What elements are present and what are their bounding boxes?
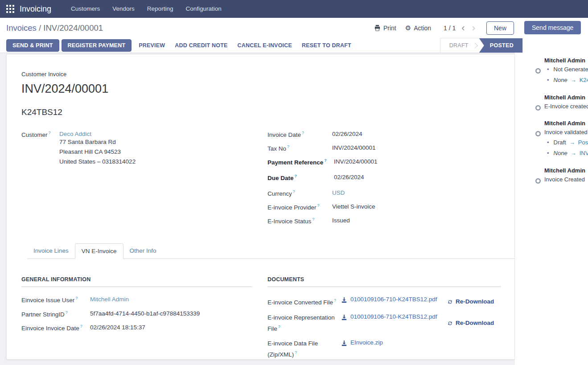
- refresh-icon: [447, 320, 453, 326]
- payment-reference-value[interactable]: INV/2024/00001: [332, 158, 378, 166]
- representation-file-label: E-invoice Representation File?: [267, 313, 341, 333]
- document-type-label: Customer Invoice: [21, 71, 501, 78]
- payment-reference-label: Payment Reference?: [267, 158, 332, 166]
- converted-redownload-button[interactable]: Re-Download: [447, 296, 494, 307]
- pager: 1 / 1 ‹ ›: [444, 23, 477, 33]
- invoice-form-sheet: Customer Invoice INV/2024/00001 K24TBS12…: [6, 54, 515, 360]
- general-information-title: GENERAL INFORMATION: [21, 276, 252, 287]
- add-credit-note-button[interactable]: ADD CREDIT NOTE: [170, 40, 232, 51]
- customer-address-line: Pleasant Hill CA 94523: [59, 147, 136, 157]
- document-row: E-invoice Representation File? 010010910…: [267, 313, 501, 333]
- cancel-e-invoice-button[interactable]: CANCEL E-INVOICE: [233, 40, 297, 51]
- app-name[interactable]: Invoicing: [20, 4, 51, 14]
- reset-to-draft-button[interactable]: RESET TO DRAFT: [297, 40, 356, 51]
- einvoice-status-value: Issued: [332, 217, 350, 225]
- presence-status-icon: [535, 131, 541, 136]
- help-icon: ?: [66, 310, 68, 315]
- help-icon: ?: [295, 350, 297, 355]
- nav-item-vendors[interactable]: Vendors: [106, 0, 141, 18]
- tracking-old-value: Not Generated: [554, 66, 588, 73]
- chatter-message: Mitchell Admin Invoice Created: [524, 167, 588, 186]
- help-icon: ?: [294, 174, 297, 178]
- tracking-line: • None → K24TBS12: [544, 77, 588, 83]
- state-draft[interactable]: DRAFT: [440, 38, 475, 53]
- data-file-label: E-invoice Data File (Zip/XML)?: [267, 339, 341, 359]
- refresh-icon: [447, 299, 453, 305]
- control-panel: Invoices / INV/2024/00001 Print ⚙ Action…: [0, 18, 515, 38]
- einvoice-issue-user-link[interactable]: Mitchell Admin: [90, 296, 129, 303]
- einvoice-provider-label: E-invoice Provider?: [267, 203, 332, 211]
- vn-e-invoice-pane: GENERAL INFORMATION Einvoice Issue User?…: [21, 259, 501, 365]
- register-payment-button[interactable]: REGISTER PAYMENT: [62, 39, 132, 52]
- tracking-old-value: None: [554, 77, 567, 83]
- customer-address-line: United States – 0318314022: [59, 157, 136, 167]
- data-file-link[interactable]: EInvoice.zip: [350, 339, 383, 346]
- new-record-button[interactable]: New: [486, 21, 514, 35]
- documents-title: DOCUMENTS: [267, 276, 501, 287]
- einvoice-status-label: E-Invoice Status?: [267, 217, 332, 225]
- download-icon: [341, 314, 347, 320]
- einvoice-invoice-date-label: Einvoice Invoice Date?: [21, 324, 90, 332]
- tracking-old-value: None: [554, 150, 567, 156]
- message-author[interactable]: Mitchell Admin: [544, 57, 588, 64]
- message-body: Invoice validated: [544, 129, 588, 135]
- documents-section: DOCUMENTS E-invoice Converted File? 0100…: [267, 276, 501, 365]
- partner-stringid-value: 5f7aa4fd-4714-4450-b1af-c97884153339: [90, 310, 200, 318]
- tab-invoice-lines[interactable]: Invoice Lines: [27, 243, 75, 258]
- nav-item-configuration[interactable]: Configuration: [179, 0, 227, 18]
- pager-next-icon[interactable]: ›: [471, 23, 477, 33]
- preview-button[interactable]: PREVIEW: [134, 40, 170, 51]
- currency-link[interactable]: USD: [332, 189, 345, 197]
- help-icon: ?: [302, 131, 304, 135]
- main-column: Invoices / INV/2024/00001 Print ⚙ Action…: [0, 18, 515, 365]
- top-navbar: Invoicing Customers Vendors Reporting Co…: [0, 0, 588, 18]
- message-author[interactable]: Mitchell Admin: [544, 120, 588, 127]
- help-icon: ?: [49, 131, 51, 135]
- print-button[interactable]: Print: [371, 23, 399, 33]
- tab-other-info[interactable]: Other Info: [123, 243, 163, 258]
- help-icon: ?: [80, 324, 82, 328]
- tracking-new-value: Posted: [578, 139, 588, 146]
- einvoice-issue-user-label: Einvoice Issue User?: [21, 296, 90, 303]
- presence-status-icon: [535, 68, 541, 74]
- representation-redownload-button[interactable]: Re-Download: [447, 313, 494, 333]
- tax-no-value: INV/2024/00001: [332, 144, 376, 152]
- einvoice-invoice-date-value: 02/26/2024 18:15:37: [90, 324, 145, 332]
- message-author[interactable]: Mitchell Admin: [544, 94, 588, 101]
- customer-link[interactable]: Deco Addict: [59, 131, 136, 137]
- help-icon: ?: [293, 189, 295, 194]
- breadcrumb-parent-link[interactable]: Invoices: [6, 23, 37, 33]
- state-widget: DRAFT POSTED: [440, 38, 523, 53]
- tracking-new-value: K24TBS12: [580, 77, 588, 83]
- due-date-value[interactable]: 02/26/2024: [332, 174, 364, 182]
- representation-file-link[interactable]: 0100109106-710-K24TBS12.pdf: [350, 313, 437, 320]
- help-icon: ?: [287, 144, 289, 149]
- customer-group: Customer? Deco Addict 77 Santa Barbara R…: [21, 131, 267, 231]
- due-date-label: Due Date?: [267, 174, 332, 182]
- nav-item-customers[interactable]: Customers: [65, 0, 106, 18]
- converted-file-link[interactable]: 0100109106-710-K24TBS12.pdf: [350, 296, 437, 303]
- bullet-icon: •: [547, 139, 549, 146]
- tracking-line: • Draft → Posted: [544, 139, 588, 146]
- tracking-old-value: Draft: [554, 139, 566, 146]
- gear-icon: ⚙: [405, 25, 411, 31]
- pager-previous-icon[interactable]: ‹: [460, 23, 466, 33]
- tracking-new-value: INV/2024/00001: [580, 150, 588, 156]
- bullet-icon: •: [547, 150, 549, 156]
- presence-status-icon: [535, 105, 541, 111]
- chatter-messages: Mitchell Admin • Not Generated • None → …: [515, 57, 588, 186]
- tab-vn-e-invoice[interactable]: VN E-Invoice: [75, 243, 123, 259]
- send-message-button[interactable]: Send message: [524, 21, 581, 34]
- converted-file-label: E-invoice Converted File?: [267, 296, 341, 307]
- invoice-number-title: INV/2024/00001: [21, 82, 501, 96]
- printer-icon: [374, 25, 381, 31]
- message-body: E-Invoice created: [544, 103, 588, 110]
- apps-grid-icon[interactable]: [6, 5, 14, 13]
- nav-item-reporting[interactable]: Reporting: [141, 0, 180, 18]
- action-menu-button[interactable]: ⚙ Action: [403, 23, 434, 33]
- currency-label: Currency?: [267, 189, 332, 197]
- help-icon: ?: [334, 298, 336, 303]
- send-print-button[interactable]: SEND & PRINT: [6, 39, 59, 52]
- message-author[interactable]: Mitchell Admin: [544, 167, 585, 174]
- document-row: E-invoice Data File (Zip/XML)? EInvoice.…: [267, 339, 501, 359]
